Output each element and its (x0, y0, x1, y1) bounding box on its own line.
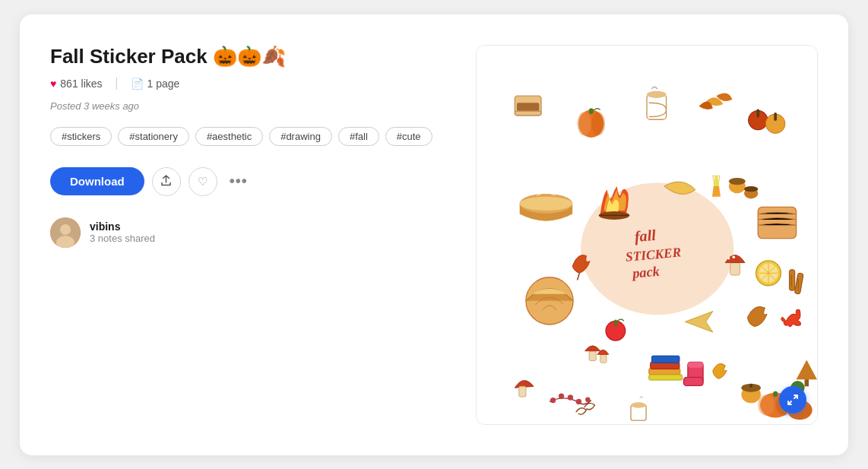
posted-date: Posted 3 weeks ago (50, 100, 445, 112)
svg-point-72 (631, 402, 646, 407)
tag-aesthetic[interactable]: #aesthetic (195, 127, 263, 146)
actions-row: Download ♡ ••• (50, 167, 445, 196)
svg-rect-48 (649, 374, 683, 379)
tags-row: #stickers #stationery #aesthetic #drawin… (50, 127, 445, 146)
page-title: Fall Sticker Pack 🎃🎃🍂 (50, 45, 445, 68)
preview-image: fall STICKER pack (477, 46, 817, 424)
tag-cute[interactable]: #cute (385, 127, 432, 146)
svg-rect-10 (515, 111, 541, 115)
heart-icon: ♥ (50, 78, 56, 90)
svg-rect-39 (758, 207, 796, 238)
svg-point-52 (550, 397, 556, 402)
page-icon: 📄 (131, 78, 144, 90)
svg-text:pack: pack (630, 263, 660, 280)
svg-point-65 (758, 395, 775, 415)
main-card: Fall Sticker Pack 🎃🎃🍂 ♥ 861 likes 📄 1 pa… (20, 14, 848, 455)
svg-rect-67 (773, 391, 777, 396)
svg-point-12 (578, 112, 591, 135)
svg-point-53 (559, 393, 564, 398)
svg-point-30 (732, 255, 735, 258)
favorite-button[interactable]: ♡ (188, 167, 217, 196)
svg-rect-29 (730, 262, 740, 274)
svg-point-26 (729, 178, 746, 185)
svg-rect-61 (805, 379, 809, 386)
svg-rect-70 (519, 386, 526, 397)
svg-point-55 (576, 398, 581, 404)
tag-stationery[interactable]: #stationery (118, 127, 189, 146)
svg-point-13 (591, 112, 605, 135)
right-panel: fall STICKER pack (476, 45, 818, 425)
pages-meta: 📄 1 page (131, 78, 180, 90)
svg-rect-47 (651, 356, 680, 363)
share-icon (160, 175, 172, 189)
tag-fall[interactable]: #fall (338, 127, 379, 146)
author-row: vibins 3 notes shared (50, 217, 445, 248)
svg-rect-9 (517, 103, 539, 111)
pages-count: 1 page (147, 78, 180, 90)
left-panel: Fall Sticker Pack 🎃🎃🍂 ♥ 861 likes 📄 1 pa… (50, 45, 445, 425)
svg-rect-46 (651, 362, 680, 369)
svg-rect-15 (647, 94, 667, 119)
svg-rect-50 (683, 377, 703, 385)
svg-rect-51 (688, 362, 703, 367)
tag-stickers[interactable]: #stickers (50, 127, 112, 146)
svg-rect-59 (749, 383, 752, 387)
author-name[interactable]: vibins (90, 220, 155, 233)
more-dots-icon: ••• (230, 173, 248, 190)
svg-point-23 (520, 196, 572, 210)
meta-row: ♥ 861 likes 📄 1 page (50, 78, 445, 90)
svg-rect-73 (789, 269, 794, 290)
svg-point-54 (568, 395, 573, 400)
meta-divider (116, 78, 117, 90)
avatar[interactable] (50, 217, 81, 248)
tag-drawing[interactable]: #drawing (269, 127, 332, 146)
svg-point-31 (738, 253, 740, 255)
svg-rect-20 (774, 112, 777, 121)
share-button[interactable] (152, 167, 181, 196)
author-notes: 3 notes shared (90, 233, 155, 244)
heart-outline-icon: ♡ (198, 175, 207, 189)
more-options-button[interactable]: ••• (225, 170, 252, 193)
svg-point-28 (744, 186, 758, 192)
svg-rect-18 (756, 109, 759, 117)
svg-point-1 (60, 224, 71, 235)
svg-rect-44 (600, 354, 607, 363)
svg-point-56 (585, 397, 590, 401)
svg-rect-43 (589, 350, 596, 360)
svg-point-16 (647, 90, 667, 97)
svg-point-32 (728, 257, 730, 259)
likes-meta: ♥ 861 likes (50, 78, 103, 90)
author-info: vibins 3 notes shared (90, 220, 155, 244)
svg-text:fall: fall (634, 226, 657, 245)
download-button[interactable]: Download (50, 167, 144, 195)
likes-count: 861 likes (60, 78, 102, 90)
expand-button[interactable] (779, 386, 806, 414)
svg-rect-42 (614, 319, 617, 326)
